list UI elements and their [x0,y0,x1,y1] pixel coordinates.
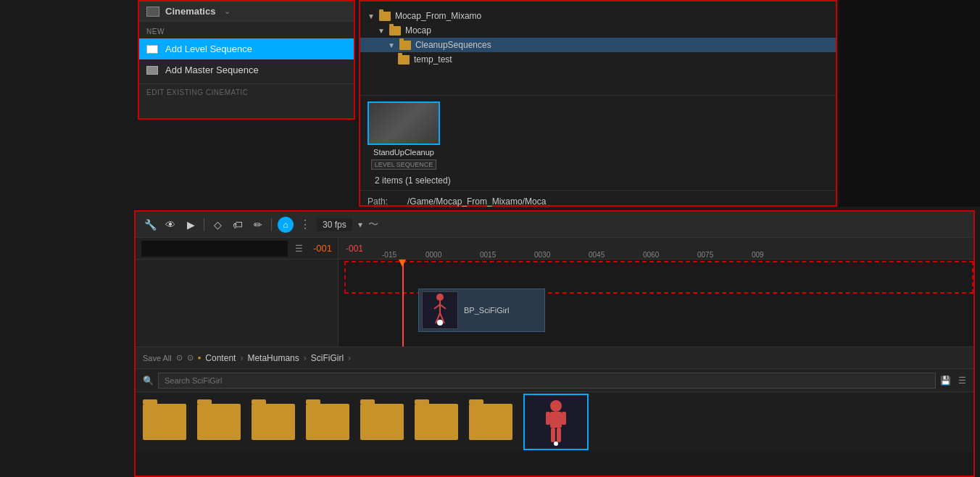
tool-tag-icon[interactable]: 🏷 [231,217,245,232]
sequencer-toolbar: 🔧 👁 ▶ ◇ 🏷 ✏ ⌂ ⋮ 30 fps ▾ 〜 [136,212,973,238]
browser-folder-grid [136,392,973,452]
browser-search-row: 🔍 💾 ☰ [136,369,973,392]
tree-label-mocap: Mocap [405,25,431,36]
search-icon: 🔍 [143,376,154,386]
folder-icon-temp [398,55,410,65]
seq-track-list [136,260,339,347]
tree-item-mocap-from-mixamo[interactable]: ▼ Mocap_From_Mixamo [360,9,836,23]
sequencer-body: BP_SciFiGirl [136,260,973,347]
svg-rect-9 [562,412,566,425]
browser-folder-6[interactable] [415,404,458,440]
file-browser-panel: ▼ Mocap_From_Mixamo ▼ Mocap ▼ CleanupSeq… [359,0,837,207]
browser-folder-5[interactable] [360,404,404,440]
seq-header-row: ☰ -001 -001 -015 0000 0015 0030 0045 006… [136,238,973,260]
add-level-sequence-label: Add Level Sequence [165,43,252,54]
fps-arrow: ▾ [358,220,362,230]
tool-play-icon[interactable]: ▶ [183,217,198,232]
clip-thumbnail [422,291,458,329]
level-seq-badge: LEVEL SEQUENCE [371,159,437,170]
path-label: Path: [368,196,400,207]
filter-icon[interactable]: ☰ [295,244,303,254]
tick-0060: 0060 [643,251,697,259]
breadcrumb-sep-2: › [304,353,307,363]
browser-folder-7[interactable] [469,404,512,440]
seq-counter: -001 [313,243,332,254]
clip-block-bp-scifi[interactable]: BP_SciFiGirl [418,289,545,332]
more-options-icon[interactable]: ⋮ [299,217,311,231]
tree-item-cleanup-sequences[interactable]: ▼ CleanupSequences [360,38,836,52]
snap-icon[interactable]: ⌂ [278,217,294,233]
browser-folder-2[interactable] [197,404,241,440]
toolbar-sep-1 [204,218,204,231]
svg-line-3 [440,304,446,309]
master-seq-icon [146,66,158,75]
breadcrumb-content[interactable]: Content [205,353,236,363]
edit-existing-label: EDIT EXISTING CINEMATIC [139,83,354,99]
seq-left-header: ☰ -001 [136,238,339,259]
expand-arrow-mocap: ▼ [378,27,385,35]
browser-path-row: Save All ⊙ ⊙ ▪ Content › MetaHumans › Sc… [136,347,973,369]
svg-line-2 [434,304,440,309]
save-all-button[interactable]: Save All [143,354,172,362]
tool-pencil-icon[interactable]: ✏ [251,217,265,232]
svg-rect-10 [551,428,555,442]
seq-timeline-header: -001 -015 0000 0015 0030 0045 0060 0075 … [339,238,973,259]
folder-icon-1 [143,404,186,440]
thumb-dot [554,441,558,446]
cinematics-header: Cinematics ⌄ [139,1,354,22]
browser-folder-3[interactable] [252,404,295,440]
folder-icon-3 [252,404,295,440]
filter-sort-icon[interactable]: ☰ [958,376,966,386]
preview-name: StandUpCleanup [373,148,434,157]
history-forward-button[interactable]: ⊙ [187,353,194,362]
selected-character-thumb[interactable] [523,394,589,450]
track-search-bar[interactable] [141,241,288,257]
cinematics-title: Cinematics [165,6,215,17]
folder-icon-4 [306,404,349,440]
add-level-sequence-item[interactable]: Add Level Sequence [139,38,354,59]
tick-0030: 0030 [534,251,589,259]
folder-icon-5 [360,404,404,440]
browser-folder-4[interactable] [306,404,349,440]
cinematics-arrow: ⌄ [224,7,231,16]
thumb-inner [369,103,439,144]
preview-standup: StandUpCleanup LEVEL SEQUENCE [368,101,440,170]
tree-item-mocap[interactable]: ▼ Mocap [360,23,836,38]
tree-label-temp: temp_test [414,54,452,65]
preview-thumb [368,101,440,145]
thumb-figure-area [525,395,587,449]
breadcrumb-sep-3: › [348,353,351,363]
breadcrumb-sep-1: › [240,353,243,363]
tree-item-temp-test[interactable]: temp_test [360,52,836,67]
tool-diamond-icon[interactable]: ◇ [210,217,225,232]
section-new-label: NEW [139,22,354,38]
level-seq-icon [146,45,158,54]
tick--015: -015 [382,251,425,259]
expand-arrow-cleanup: ▼ [388,41,395,49]
breadcrumb-scifigirl[interactable]: SciFiGirl [311,353,344,363]
items-count: 2 items (1 selected) [368,173,829,188]
browser-search-input[interactable] [158,373,936,389]
history-back-button[interactable]: ⊙ [176,353,183,362]
clip-dot [437,320,443,325]
folder-icon-2 [197,404,241,440]
right-empty-panel [839,0,980,207]
breadcrumb-metahumans[interactable]: MetaHumans [247,353,299,363]
timeline-counter: -001 [346,244,363,254]
path-row: Path: /Game/Mocap_From_Mixamo/Moca [368,196,829,207]
fps-display[interactable]: 30 fps [317,218,352,231]
svg-point-6 [550,400,562,412]
folder-icon-cleanup [399,41,411,50]
tick-0015: 0015 [480,251,534,259]
tool-wrench-icon[interactable]: 🔧 [143,217,157,232]
save-search-icon[interactable]: 💾 [940,376,951,386]
clip-name: BP_SciFiGirl [464,306,509,315]
folder-icon-mocap [389,26,401,36]
folder-tree: ▼ Mocap_From_Mixamo ▼ Mocap ▼ CleanupSeq… [360,1,836,96]
add-master-sequence-item[interactable]: Add Master Sequence [139,59,354,80]
add-master-sequence-label: Add Master Sequence [165,65,259,75]
tick-009: 009 [752,251,973,259]
browser-folder-1[interactable] [143,404,186,440]
curve-icon[interactable]: 〜 [368,218,378,231]
tool-eye-icon[interactable]: 👁 [163,217,178,232]
